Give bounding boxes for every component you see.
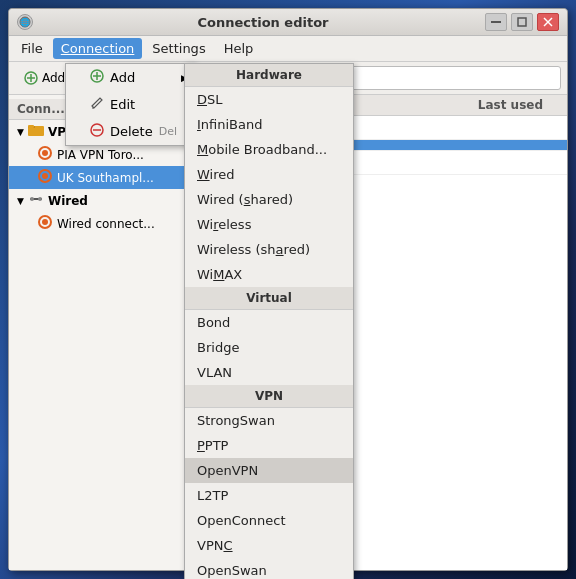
submenu-infiniband[interactable]: InfiniBand — [185, 112, 353, 137]
window-minimize-btn[interactable] — [485, 13, 507, 31]
svg-point-17 — [30, 197, 34, 201]
menu-settings[interactable]: Settings — [144, 38, 213, 59]
window-close-btn[interactable] — [537, 13, 559, 31]
submenu-wimax[interactable]: WiMAX — [185, 262, 353, 287]
vpn-section-title: VPN — [185, 385, 353, 408]
submenu-pptp[interactable]: PPTP — [185, 433, 353, 458]
wired-group-label: Wired — [48, 194, 88, 208]
title-bar: 🌐 Connection editor — [9, 9, 567, 36]
add-icon — [24, 71, 38, 85]
menu-bar: File Connection Settings Help — [9, 36, 567, 62]
svg-rect-3 — [518, 18, 526, 26]
vpn-item-icon-uk — [38, 169, 52, 186]
wired-item-icon — [38, 215, 52, 232]
menu-file[interactable]: File — [13, 38, 51, 59]
submenu-l2tp[interactable]: L2TP — [185, 483, 353, 508]
window-buttons — [485, 13, 559, 31]
menu-delete-item[interactable]: Delete Del — [66, 118, 194, 145]
delete-menu-icon — [90, 123, 104, 140]
svg-rect-2 — [491, 21, 501, 23]
tree-item-uk[interactable]: UK Southampl... — [9, 166, 208, 189]
submenu-dsl[interactable]: DSL — [185, 87, 353, 112]
uk-vpn-label: UK Southampl... — [57, 171, 154, 185]
edit-menu-icon — [90, 96, 104, 113]
submenu-vpnc[interactable]: VPNC — [185, 533, 353, 558]
window-maximize-btn[interactable] — [511, 13, 533, 31]
virtual-section-title: Virtual — [185, 287, 353, 310]
svg-point-20 — [42, 219, 48, 225]
tree-item-pia[interactable]: PIA VPN Toro... — [9, 143, 208, 166]
pia-vpn-label: PIA VPN Toro... — [57, 148, 144, 162]
folder-icon-vpn — [28, 123, 44, 140]
submenu-wireless[interactable]: Wireless — [185, 212, 353, 237]
wired-connect-label: Wired connect... — [57, 217, 155, 231]
expand-icon-vpn: ▼ — [17, 127, 24, 137]
hardware-section-title: Hardware — [185, 64, 353, 87]
menu-add-label: Add — [110, 70, 135, 85]
menu-delete-label: Delete — [110, 124, 153, 139]
submenu-wireless-shared[interactable]: Wireless (shared) — [185, 237, 353, 262]
hardware-submenu[interactable]: Hardware DSL InfiniBand Mobile Broadband… — [184, 63, 354, 579]
submenu-wired-shared[interactable]: Wired (shared) — [185, 187, 353, 212]
submenu-wired[interactable]: Wired — [185, 162, 353, 187]
svg-point-15 — [42, 173, 48, 179]
left-panel: Conn... ▼ VPN PIA VPN Toro... — [9, 95, 209, 570]
main-window: 🌐 Connection editor File Connection Sett… — [8, 8, 568, 571]
window-controls: 🌐 — [17, 14, 33, 30]
connection-menu[interactable]: Add Edit Delete Del — [65, 63, 195, 146]
tree-group-wired[interactable]: ▼ Wired — [9, 189, 208, 212]
submenu-openconnect[interactable]: OpenConnect — [185, 508, 353, 533]
submenu-openswan[interactable]: OpenSwan — [185, 558, 353, 579]
tree-item-wired-connect[interactable]: Wired connect... — [9, 212, 208, 235]
submenu-strongswan[interactable]: StrongSwan — [185, 408, 353, 433]
window-title: Connection editor — [41, 15, 485, 30]
col-last-used-header: Last used — [380, 98, 559, 112]
window-icon-btn[interactable]: 🌐 — [17, 14, 33, 30]
add-menu-icon — [90, 69, 104, 86]
svg-rect-11 — [28, 125, 34, 128]
svg-point-18 — [38, 197, 42, 201]
submenu-openvpn[interactable]: OpenVPN — [185, 458, 353, 483]
svg-point-13 — [42, 150, 48, 156]
svg-text:🌐: 🌐 — [20, 17, 30, 27]
menu-delete-shortcut: Del — [159, 125, 177, 138]
vpn-item-icon-pia — [38, 146, 52, 163]
submenu-mobile-broadband[interactable]: Mobile Broadband... — [185, 137, 353, 162]
menu-edit-label: Edit — [110, 97, 135, 112]
menu-add-item[interactable]: Add — [66, 64, 194, 91]
wired-group-icon — [28, 192, 44, 209]
submenu-bridge[interactable]: Bridge — [185, 335, 353, 360]
menu-help[interactable]: Help — [216, 38, 262, 59]
submenu-vlan[interactable]: VLAN — [185, 360, 353, 385]
menu-connection[interactable]: Connection — [53, 38, 143, 59]
submenu-bond[interactable]: Bond — [185, 310, 353, 335]
menu-edit-item[interactable]: Edit — [66, 91, 194, 118]
expand-icon-wired: ▼ — [17, 196, 24, 206]
